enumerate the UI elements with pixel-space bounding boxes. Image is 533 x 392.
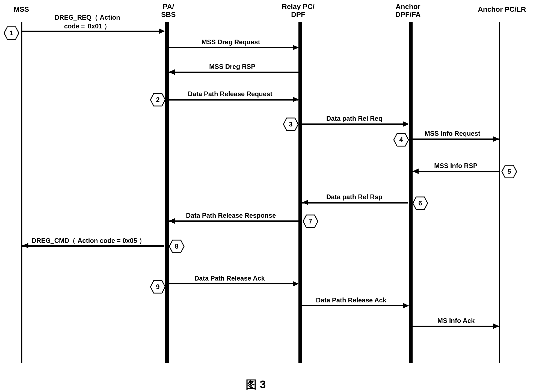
arrowhead-icon [293, 97, 299, 102]
svg-text:5: 5 [507, 168, 511, 175]
arrowhead-icon [169, 218, 175, 224]
msg-data-path-release-response: Data Path Release Response [186, 212, 276, 219]
step-badge-6: 6 [412, 196, 428, 210]
svg-text:3: 3 [289, 120, 292, 128]
figure-caption: 图 3 [246, 377, 266, 392]
arrow-data-path-release-ack-1 [169, 283, 298, 284]
lifeline-relay [298, 22, 302, 363]
participant-anchorpclr: Anchor PC/LR [478, 5, 526, 13]
participant-mss: MSS [14, 5, 29, 13]
arrow-data-path-release-ack-2 [302, 305, 408, 306]
arrow-mss-info-rsp [413, 171, 499, 172]
msg-mss-dreg-rsp: MSS Dreg RSP [209, 63, 255, 70]
step-badge-5: 5 [501, 165, 517, 178]
msg-dreg-cmd: DREG_CMD（ Action code = 0x05 ） [32, 236, 146, 245]
msg-ms-info-ack: MS Info Ack [437, 317, 475, 325]
lifeline-pasbs [165, 22, 169, 363]
msg-data-path-release-ack-2: Data Path Release Ack [316, 296, 386, 304]
msg-data-path-release-request: Data Path Release Request [188, 90, 272, 98]
arrowhead-icon [22, 243, 28, 248]
arrow-data-path-release-request [169, 99, 298, 101]
arrow-ms-info-ack [413, 326, 499, 327]
arrowhead-icon [293, 45, 299, 50]
participant-relay: Relay PC/ DPF [282, 3, 315, 18]
step-badge-2: 2 [150, 93, 166, 107]
step-badge-4: 4 [393, 133, 409, 147]
msg-data-path-release-ack-1: Data Path Release Ack [194, 275, 265, 282]
step-badge-9: 9 [150, 280, 166, 294]
svg-text:4: 4 [399, 136, 403, 143]
arrow-data-path-release-response [169, 220, 298, 222]
msg-data-path-rel-rsp: Data path Rel Rsp [326, 193, 382, 201]
arrow-mss-dreg-rsp [169, 72, 298, 73]
arrowhead-icon [403, 121, 409, 127]
lifeline-anchordpf [409, 22, 413, 363]
arrow-mss-info-request [413, 138, 499, 140]
lifeline-anchorpclr [499, 22, 500, 363]
svg-text:1: 1 [10, 29, 13, 37]
arrowhead-icon [302, 200, 308, 205]
msg-mss-info-request: MSS Info Request [425, 130, 480, 137]
arrow-dreg-cmd [22, 245, 164, 247]
svg-text:2: 2 [156, 96, 159, 103]
arrow-dreg-req [22, 31, 164, 32]
svg-text:9: 9 [156, 283, 159, 290]
step-badge-1: 1 [4, 26, 19, 40]
msg-data-path-rel-req: Data path Rel Req [326, 115, 382, 122]
msg-dreg-req: DREG_REQ（ Action code＝ 0x01 ） [55, 13, 120, 31]
step-badge-7: 7 [303, 214, 318, 228]
participant-pasbs: PA/ SBS [161, 3, 176, 18]
participant-anchordpf: Anchor DPF/FA [395, 3, 421, 18]
lifeline-mss [21, 22, 22, 363]
sequence-diagram: MSS PA/ SBS Relay PC/ DPF Anchor DPF/FA … [0, 0, 533, 392]
msg-mss-info-rsp: MSS Info RSP [434, 162, 478, 170]
svg-text:8: 8 [175, 243, 178, 250]
svg-text:6: 6 [418, 199, 422, 207]
msg-mss-dreg-request: MSS Dreg Request [202, 38, 260, 46]
arrow-mss-dreg-request [169, 47, 298, 48]
arrowhead-icon [159, 28, 165, 34]
arrowhead-icon [493, 136, 499, 142]
arrowhead-icon [293, 281, 299, 287]
arrowhead-icon [493, 323, 499, 329]
step-badge-8: 8 [169, 240, 185, 253]
arrow-data-path-rel-req [302, 123, 408, 125]
step-badge-3: 3 [283, 117, 299, 131]
arrowhead-icon [169, 69, 175, 75]
arrowhead-icon [413, 169, 419, 174]
arrow-data-path-rel-rsp [302, 202, 408, 204]
svg-text:7: 7 [309, 217, 312, 225]
arrowhead-icon [403, 303, 409, 308]
